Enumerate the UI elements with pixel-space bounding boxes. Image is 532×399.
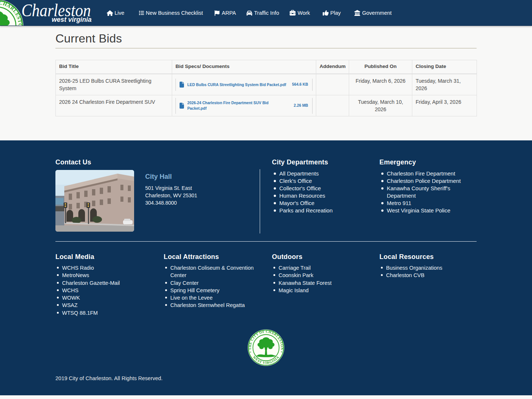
svg-text:west virginia: west virginia bbox=[52, 16, 92, 23]
